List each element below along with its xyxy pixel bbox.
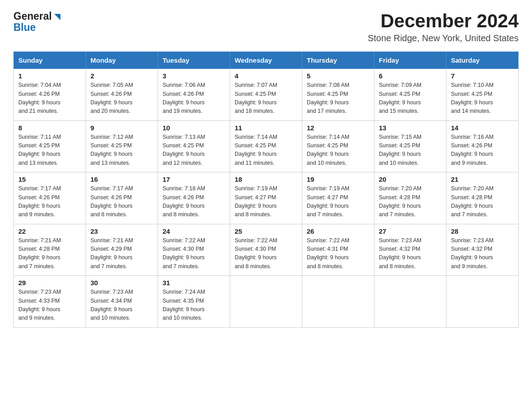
day-info: Sunrise: 7:19 AM Sunset: 4:27 PM Dayligh… bbox=[307, 184, 369, 219]
col-header-wednesday: Wednesday bbox=[230, 52, 302, 69]
day-number: 15 bbox=[18, 176, 81, 183]
day-info: Sunrise: 7:19 AM Sunset: 4:27 PM Dayligh… bbox=[235, 184, 297, 219]
day-info: Sunrise: 7:14 AM Sunset: 4:25 PM Dayligh… bbox=[235, 133, 297, 168]
day-info: Sunrise: 7:15 AM Sunset: 4:25 PM Dayligh… bbox=[379, 133, 442, 168]
day-info: Sunrise: 7:23 AM Sunset: 4:34 PM Dayligh… bbox=[90, 288, 153, 323]
title-block: December 2024 Stone Ridge, New York, Uni… bbox=[368, 11, 519, 43]
day-info: Sunrise: 7:08 AM Sunset: 4:25 PM Dayligh… bbox=[307, 81, 369, 116]
calendar-cell: 6 Sunrise: 7:09 AM Sunset: 4:25 PM Dayli… bbox=[374, 69, 446, 121]
page-subtitle: Stone Ridge, New York, United States bbox=[368, 33, 519, 43]
calendar-header-row: SundayMondayTuesdayWednesdayThursdayFrid… bbox=[14, 52, 519, 69]
calendar-cell: 15 Sunrise: 7:17 AM Sunset: 4:26 PM Dayl… bbox=[14, 172, 86, 224]
calendar-cell: 9 Sunrise: 7:12 AM Sunset: 4:25 PM Dayli… bbox=[86, 120, 158, 172]
logo: General Blue bbox=[13, 11, 62, 34]
day-number: 28 bbox=[451, 227, 514, 235]
calendar-cell bbox=[302, 276, 374, 328]
calendar-cell: 3 Sunrise: 7:06 AM Sunset: 4:26 PM Dayli… bbox=[158, 69, 230, 121]
calendar-cell: 14 Sunrise: 7:16 AM Sunset: 4:26 PM Dayl… bbox=[446, 120, 519, 172]
calendar-cell: 26 Sunrise: 7:22 AM Sunset: 4:31 PM Dayl… bbox=[302, 224, 374, 276]
day-info: Sunrise: 7:22 AM Sunset: 4:30 PM Dayligh… bbox=[235, 236, 297, 271]
calendar-cell: 23 Sunrise: 7:21 AM Sunset: 4:29 PM Dayl… bbox=[86, 224, 158, 276]
calendar-cell: 1 Sunrise: 7:04 AM Sunset: 4:26 PM Dayli… bbox=[14, 69, 86, 121]
logo-triangle-icon bbox=[52, 12, 62, 22]
day-info: Sunrise: 7:07 AM Sunset: 4:25 PM Dayligh… bbox=[235, 81, 297, 116]
day-number: 14 bbox=[451, 124, 514, 132]
day-number: 30 bbox=[90, 279, 153, 287]
day-info: Sunrise: 7:17 AM Sunset: 4:26 PM Dayligh… bbox=[90, 184, 153, 219]
day-info: Sunrise: 7:20 AM Sunset: 4:28 PM Dayligh… bbox=[451, 184, 514, 219]
calendar-cell: 16 Sunrise: 7:17 AM Sunset: 4:26 PM Dayl… bbox=[86, 172, 158, 224]
day-info: Sunrise: 7:13 AM Sunset: 4:25 PM Dayligh… bbox=[163, 133, 225, 168]
calendar-cell: 22 Sunrise: 7:21 AM Sunset: 4:28 PM Dayl… bbox=[14, 224, 86, 276]
logo-blue-text: Blue bbox=[13, 21, 36, 33]
calendar-cell bbox=[374, 276, 446, 328]
day-info: Sunrise: 7:17 AM Sunset: 4:26 PM Dayligh… bbox=[18, 184, 81, 219]
day-number: 29 bbox=[18, 279, 81, 287]
day-info: Sunrise: 7:21 AM Sunset: 4:29 PM Dayligh… bbox=[90, 236, 153, 271]
day-number: 21 bbox=[451, 176, 514, 183]
calendar-table: SundayMondayTuesdayWednesdayThursdayFrid… bbox=[13, 51, 519, 328]
day-info: Sunrise: 7:22 AM Sunset: 4:30 PM Dayligh… bbox=[163, 236, 225, 271]
day-info: Sunrise: 7:24 AM Sunset: 4:35 PM Dayligh… bbox=[163, 288, 225, 323]
calendar-cell: 7 Sunrise: 7:10 AM Sunset: 4:25 PM Dayli… bbox=[446, 69, 519, 121]
col-header-saturday: Saturday bbox=[446, 52, 519, 69]
day-info: Sunrise: 7:04 AM Sunset: 4:26 PM Dayligh… bbox=[18, 81, 81, 116]
day-info: Sunrise: 7:20 AM Sunset: 4:28 PM Dayligh… bbox=[379, 184, 442, 219]
calendar-cell: 30 Sunrise: 7:23 AM Sunset: 4:34 PM Dayl… bbox=[86, 276, 158, 328]
calendar-cell: 19 Sunrise: 7:19 AM Sunset: 4:27 PM Dayl… bbox=[302, 172, 374, 224]
calendar-cell: 13 Sunrise: 7:15 AM Sunset: 4:25 PM Dayl… bbox=[374, 120, 446, 172]
calendar-cell bbox=[446, 276, 519, 328]
col-header-thursday: Thursday bbox=[302, 52, 374, 69]
calendar-cell bbox=[230, 276, 302, 328]
day-info: Sunrise: 7:06 AM Sunset: 4:26 PM Dayligh… bbox=[163, 81, 225, 116]
col-header-sunday: Sunday bbox=[14, 52, 86, 69]
day-number: 9 bbox=[90, 124, 153, 132]
day-number: 13 bbox=[379, 124, 442, 132]
week-row-1: 1 Sunrise: 7:04 AM Sunset: 4:26 PM Dayli… bbox=[14, 69, 519, 121]
day-number: 12 bbox=[307, 124, 369, 132]
day-info: Sunrise: 7:21 AM Sunset: 4:28 PM Dayligh… bbox=[18, 236, 81, 271]
calendar-cell: 12 Sunrise: 7:14 AM Sunset: 4:25 PM Dayl… bbox=[302, 120, 374, 172]
week-row-3: 15 Sunrise: 7:17 AM Sunset: 4:26 PM Dayl… bbox=[14, 172, 519, 224]
day-number: 8 bbox=[18, 124, 81, 132]
calendar-cell: 2 Sunrise: 7:05 AM Sunset: 4:26 PM Dayli… bbox=[86, 69, 158, 121]
col-header-tuesday: Tuesday bbox=[158, 52, 230, 69]
day-info: Sunrise: 7:23 AM Sunset: 4:32 PM Dayligh… bbox=[451, 236, 514, 271]
calendar-cell: 4 Sunrise: 7:07 AM Sunset: 4:25 PM Dayli… bbox=[230, 69, 302, 121]
page-title: December 2024 bbox=[368, 11, 519, 31]
svg-marker-0 bbox=[54, 14, 60, 20]
calendar-cell: 25 Sunrise: 7:22 AM Sunset: 4:30 PM Dayl… bbox=[230, 224, 302, 276]
day-info: Sunrise: 7:12 AM Sunset: 4:25 PM Dayligh… bbox=[90, 133, 153, 168]
calendar-cell: 17 Sunrise: 7:18 AM Sunset: 4:26 PM Dayl… bbox=[158, 172, 230, 224]
calendar-cell: 10 Sunrise: 7:13 AM Sunset: 4:25 PM Dayl… bbox=[158, 120, 230, 172]
day-number: 10 bbox=[163, 124, 225, 132]
day-number: 26 bbox=[307, 227, 369, 235]
day-number: 7 bbox=[451, 72, 514, 80]
logo-general-text: General bbox=[13, 11, 52, 22]
day-number: 20 bbox=[379, 176, 442, 183]
day-info: Sunrise: 7:22 AM Sunset: 4:31 PM Dayligh… bbox=[307, 236, 369, 271]
day-number: 23 bbox=[90, 227, 153, 235]
day-info: Sunrise: 7:09 AM Sunset: 4:25 PM Dayligh… bbox=[379, 81, 442, 116]
day-info: Sunrise: 7:16 AM Sunset: 4:26 PM Dayligh… bbox=[451, 133, 514, 168]
page-header: General Blue December 2024 Stone Ridge, … bbox=[13, 11, 519, 43]
day-number: 16 bbox=[90, 176, 153, 183]
day-info: Sunrise: 7:05 AM Sunset: 4:26 PM Dayligh… bbox=[90, 81, 153, 116]
calendar-cell: 28 Sunrise: 7:23 AM Sunset: 4:32 PM Dayl… bbox=[446, 224, 519, 276]
day-number: 31 bbox=[163, 279, 225, 287]
calendar-cell: 29 Sunrise: 7:23 AM Sunset: 4:33 PM Dayl… bbox=[14, 276, 86, 328]
calendar-cell: 21 Sunrise: 7:20 AM Sunset: 4:28 PM Dayl… bbox=[446, 172, 519, 224]
calendar-cell: 8 Sunrise: 7:11 AM Sunset: 4:25 PM Dayli… bbox=[14, 120, 86, 172]
day-info: Sunrise: 7:23 AM Sunset: 4:33 PM Dayligh… bbox=[18, 288, 81, 323]
day-number: 2 bbox=[90, 72, 153, 80]
day-info: Sunrise: 7:10 AM Sunset: 4:25 PM Dayligh… bbox=[451, 81, 514, 116]
day-number: 24 bbox=[163, 227, 225, 235]
calendar-cell: 11 Sunrise: 7:14 AM Sunset: 4:25 PM Dayl… bbox=[230, 120, 302, 172]
day-number: 25 bbox=[235, 227, 297, 235]
col-header-monday: Monday bbox=[86, 52, 158, 69]
week-row-2: 8 Sunrise: 7:11 AM Sunset: 4:25 PM Dayli… bbox=[14, 120, 519, 172]
day-number: 18 bbox=[235, 176, 297, 183]
day-number: 11 bbox=[235, 124, 297, 132]
day-number: 5 bbox=[307, 72, 369, 80]
day-number: 6 bbox=[379, 72, 442, 80]
